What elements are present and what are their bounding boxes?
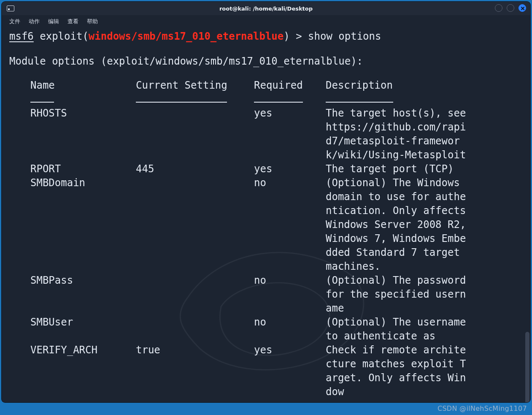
prompt-angle: > (296, 30, 302, 42)
opt-required: no (254, 274, 326, 315)
terminal-window: root@kali: /home/kali/Desktop 文件 动作 编辑 查… (2, 2, 530, 402)
opt-description: The target host(s), see https://github.c… (326, 106, 469, 162)
opt-required: yes (254, 106, 326, 162)
opt-name: RHOSTS (30, 106, 136, 162)
opt-required: no (254, 315, 326, 343)
prompt-exploit-word: exploit (40, 30, 82, 42)
col-header-current: Current Setting (136, 79, 254, 106)
menu-view[interactable]: 查看 (68, 18, 78, 25)
opt-current (136, 274, 254, 315)
prompt-msf: msf6 (9, 30, 34, 42)
terminal-app-icon (7, 5, 14, 11)
window-controls (495, 4, 526, 12)
opt-required: no (254, 176, 326, 274)
col-header-name: Name (30, 79, 136, 106)
prompt-command: show options (308, 30, 381, 42)
opt-description: (Optional) The username to authenticate … (326, 315, 469, 343)
scrollbar-thumb[interactable] (525, 332, 529, 402)
prompt-line: msf6 exploit(windows/smb/ms17_010_eterna… (9, 30, 523, 43)
opt-required: yes (254, 162, 326, 176)
menu-edit[interactable]: 编辑 (48, 18, 59, 25)
opt-current: 445 (136, 162, 254, 176)
menu-help[interactable]: 帮助 (87, 18, 98, 25)
titlebar[interactable]: root@kali: /home/kali/Desktop (2, 2, 530, 15)
prompt-module-path: windows/smb/ms17_010_eternalblue (89, 30, 284, 42)
opt-name: RPORT (30, 162, 136, 176)
opt-name: SMBPass (30, 274, 136, 315)
opt-current (136, 315, 254, 343)
opt-current: true (136, 343, 254, 399)
col-header-required: Required (254, 79, 326, 106)
terminal-body[interactable]: msf6 exploit(windows/smb/ms17_010_eterna… (2, 28, 530, 402)
close-button[interactable] (518, 4, 526, 12)
opt-current (136, 176, 254, 274)
opt-name: SMBUser (30, 315, 136, 343)
watermark: CSDN @ilNehScMing1107 (437, 404, 527, 412)
opt-current (136, 106, 254, 162)
options-table: Name Current Setting Required Descriptio… (30, 79, 523, 399)
opt-description: (Optional) The password for the specifie… (326, 274, 469, 315)
menu-action[interactable]: 动作 (29, 18, 40, 25)
minimize-button[interactable] (495, 4, 502, 12)
col-header-description-text: Description (326, 79, 393, 91)
opt-description: The target port (TCP) (326, 162, 469, 176)
col-header-description: Description (326, 79, 469, 106)
maximize-button[interactable] (507, 4, 514, 12)
menubar: 文件 动作 编辑 查看 帮助 (2, 15, 530, 28)
menu-file[interactable]: 文件 (9, 18, 20, 25)
opt-required: yes (254, 343, 326, 399)
col-header-name-text: Name (30, 79, 55, 91)
opt-description: (Optional) The Windows domain to use for… (326, 176, 469, 274)
col-header-required-text: Required (254, 79, 303, 91)
opt-description: Check if remote architecture matches exp… (326, 343, 469, 399)
opt-name: SMBDomain (30, 176, 136, 274)
window-title: root@kali: /home/kali/Desktop (2, 5, 530, 12)
section-header: Module options (exploit/windows/smb/ms17… (9, 54, 523, 68)
opt-name: VERIFY_ARCH (30, 343, 136, 399)
col-header-current-text: Current Setting (136, 79, 227, 91)
